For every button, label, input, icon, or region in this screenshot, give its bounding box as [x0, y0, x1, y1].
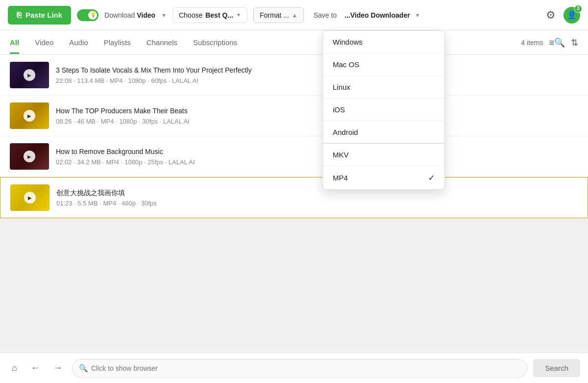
sort-icon[interactable]: ⇅: [571, 37, 578, 48]
video-title-3: How to Remove Background Music: [56, 147, 578, 156]
tab-video[interactable]: Video: [35, 31, 53, 54]
browser-search-icon: 🔍: [79, 364, 88, 373]
forward-icon: →: [53, 363, 62, 373]
format-dropdown-menu: Windows Mac OS Linux iOS Android MKV MP4…: [322, 30, 445, 190]
quality-dropdown[interactable]: Choose Best Q... ▼: [172, 7, 247, 23]
thumbnail-4: ▶: [10, 184, 49, 211]
choose-label: Choose: [179, 11, 202, 19]
tab-subscriptions[interactable]: Subscriptions: [193, 31, 237, 54]
home-button[interactable]: ⌂: [8, 359, 21, 377]
format-option-macos[interactable]: Mac OS: [323, 53, 444, 76]
play-button-2: ▶: [24, 110, 35, 122]
video-info-4: 创意大挑战之我画你填 01:23 · 5.5 MB · MP4 · 480p ·…: [56, 188, 578, 206]
format-label: Format ...: [260, 11, 289, 19]
video-title-4: 创意大挑战之我画你填: [56, 188, 578, 197]
gear-icon: ⚙: [546, 9, 556, 21]
video-info-2: How The TOP Producers Make Their Beats 0…: [56, 106, 578, 125]
paste-link-button[interactable]: ⎘ Paste Link: [8, 6, 71, 25]
video-meta-3: 02:02 · 34.2 MB · MP4 · 1080p · 25fps · …: [56, 158, 578, 166]
video-item-4[interactable]: ▶ 创意大挑战之我画你填 01:23 · 5.5 MB · MP4 · 480p…: [0, 177, 588, 218]
tab-audio[interactable]: Audio: [69, 31, 88, 54]
download-type-chevron: ▼: [161, 12, 167, 18]
items-count-value: 4 items: [521, 39, 543, 47]
tabs-bar: All Video Audio Playlists Channels Subsc…: [0, 30, 588, 55]
format-option-linux[interactable]: Linux: [323, 76, 444, 98]
quality-chevron: ▼: [236, 12, 241, 18]
search-button[interactable]: Search: [533, 359, 580, 377]
forward-button[interactable]: →: [49, 359, 66, 377]
tab-playlists[interactable]: Playlists: [104, 31, 131, 54]
play-button-4: ▶: [24, 192, 36, 204]
save-to-path: ...Video Downloader: [344, 11, 410, 19]
video-list: ▶ 3 Steps To Isolate Vocals & Mix Them I…: [0, 55, 588, 218]
home-icon: ⌂: [12, 363, 17, 373]
main-body: All Video Audio Playlists Channels Subsc…: [0, 30, 588, 353]
paste-icon: ⎘: [17, 11, 22, 20]
bottom-bar: ⌂ ← → 🔍 Search: [0, 353, 588, 383]
format-option-mp4[interactable]: MP4 ✓: [323, 166, 444, 189]
save-to-button[interactable]: Save to ...Video Downloader ▼: [310, 8, 424, 23]
paste-link-label: Paste Link: [25, 11, 62, 19]
format-option-windows[interactable]: Windows: [323, 31, 444, 53]
header: ⎘ Paste Link 💡 Download Video ▼ Choose B…: [0, 0, 588, 30]
video-item-1[interactable]: ▶ 3 Steps To Isolate Vocals & Mix Them I…: [0, 55, 588, 96]
play-button-1: ▶: [24, 69, 35, 81]
search-list-icon[interactable]: ≡🔍: [549, 37, 565, 48]
format-option-mkv[interactable]: MKV: [323, 144, 444, 166]
format-option-ios[interactable]: iOS: [323, 99, 444, 121]
format-dropdown-button[interactable]: Format ... ▲: [253, 7, 304, 23]
save-to-chevron: ▼: [415, 12, 420, 18]
quality-value: Best Q...: [205, 11, 233, 19]
save-to-label: Save to: [314, 11, 337, 19]
video-title-1: 3 Steps To Isolate Vocals & Mix Them Int…: [56, 66, 578, 75]
browser-address-input[interactable]: [72, 359, 528, 378]
thumbnail-3: ▶: [10, 143, 49, 170]
browser-input-wrap: 🔍: [72, 359, 528, 378]
video-title-2: How The TOP Producers Make Their Beats: [56, 106, 578, 115]
video-item-2[interactable]: ▶ How The TOP Producers Make Their Beats…: [0, 96, 588, 136]
download-type-label: Download Video: [104, 11, 155, 19]
video-item-3[interactable]: ▶ How to Remove Background Music 02:02 ·…: [0, 136, 588, 177]
video-info-1: 3 Steps To Isolate Vocals & Mix Them Int…: [56, 66, 578, 84]
tab-all[interactable]: All: [10, 31, 19, 54]
settings-button[interactable]: ⚙: [544, 7, 558, 24]
thumbnail-2: ▶: [10, 102, 49, 129]
avatar-button[interactable]: 👤 3: [564, 7, 580, 24]
bulb-icon: 💡: [90, 12, 96, 17]
back-button[interactable]: ←: [27, 359, 44, 377]
avatar-badge: 3: [574, 5, 582, 13]
video-meta-4: 01:23 · 5.5 MB · MP4 · 480p · 30fps: [56, 200, 578, 207]
video-meta-2: 08:26 · 46 MB · MP4 · 1080p · 30fps · LA…: [56, 118, 578, 125]
video-info-3: How to Remove Background Music 02:02 · 3…: [56, 147, 578, 165]
items-count-area: 4 items ≡🔍 ⇅: [521, 37, 578, 48]
format-option-android[interactable]: Android: [323, 121, 444, 143]
tab-channels[interactable]: Channels: [147, 31, 177, 54]
thumbnail-1: ▶: [10, 62, 49, 88]
video-meta-1: 22:08 · 113.4 MB · MP4 · 1080p · 60fps ·…: [56, 77, 578, 84]
mp4-check-icon: ✓: [428, 173, 435, 182]
play-button-3: ▶: [24, 151, 35, 162]
back-icon: ←: [31, 363, 40, 373]
download-toggle[interactable]: 💡: [77, 9, 98, 21]
format-chevron: ▲: [292, 12, 297, 18]
